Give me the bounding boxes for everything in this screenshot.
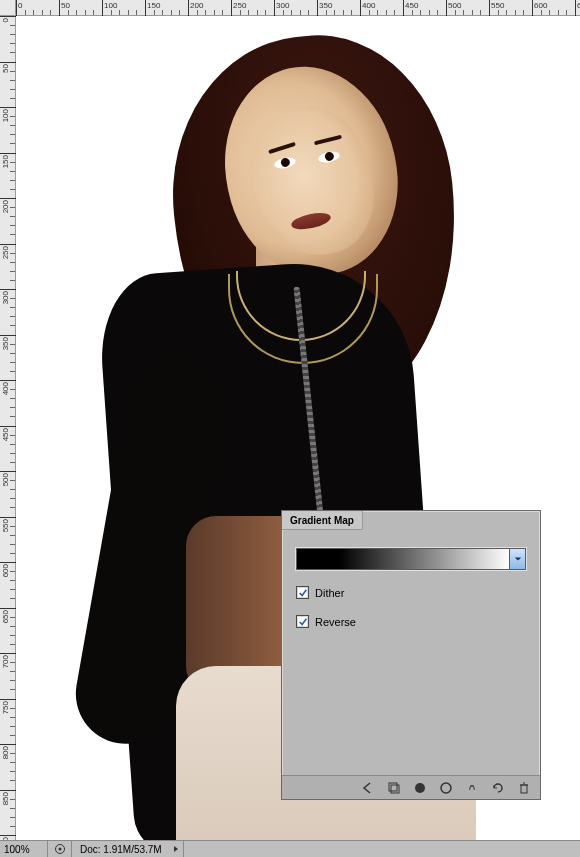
status-disk-icon[interactable] [48,841,72,857]
gradient-map-panel[interactable]: Gradient Map Dither Reverse [281,510,541,800]
dither-label: Dither [315,587,344,599]
svg-rect-1 [391,785,399,793]
svg-point-3 [441,783,451,793]
chevron-down-icon [514,555,522,563]
link-icon[interactable] [464,780,480,796]
zoom-value: 100% [4,844,30,855]
layers-icon[interactable] [386,780,402,796]
dither-checkbox[interactable] [296,586,309,599]
gradient-picker[interactable] [296,548,526,570]
check-icon [298,588,308,598]
disk-icon [54,843,66,855]
refresh-icon[interactable] [490,780,506,796]
reverse-checkbox[interactable] [296,615,309,628]
check-icon [298,617,308,627]
horizontal-ruler[interactable]: 050100150200250300350400450500550600650 [16,0,580,16]
panel-title-tab[interactable]: Gradient Map [282,511,363,530]
panel-footer [282,775,540,799]
circle-icon[interactable] [412,780,428,796]
ruler-corner [0,0,16,16]
ring-icon[interactable] [438,780,454,796]
gradient-dropdown-button[interactable] [509,549,525,569]
svg-rect-0 [389,783,397,791]
gradient-preview[interactable] [297,549,509,569]
panel-title: Gradient Map [290,515,354,526]
vertical-ruler[interactable]: 0501001502002503003504004505005506006507… [0,16,16,840]
reverse-label: Reverse [315,616,356,628]
back-icon[interactable] [360,780,376,796]
doc-info-menu[interactable] [170,841,184,857]
status-bar: 100% Doc: 1.91M/53.7M [0,840,580,857]
svg-point-6 [58,848,61,851]
zoom-field[interactable]: 100% [0,841,48,857]
arrow-right-icon [172,845,180,853]
svg-point-2 [415,783,425,793]
doc-info: Doc: 1.91M/53.7M [72,844,170,855]
trash-icon[interactable] [516,780,532,796]
svg-rect-4 [521,785,527,793]
